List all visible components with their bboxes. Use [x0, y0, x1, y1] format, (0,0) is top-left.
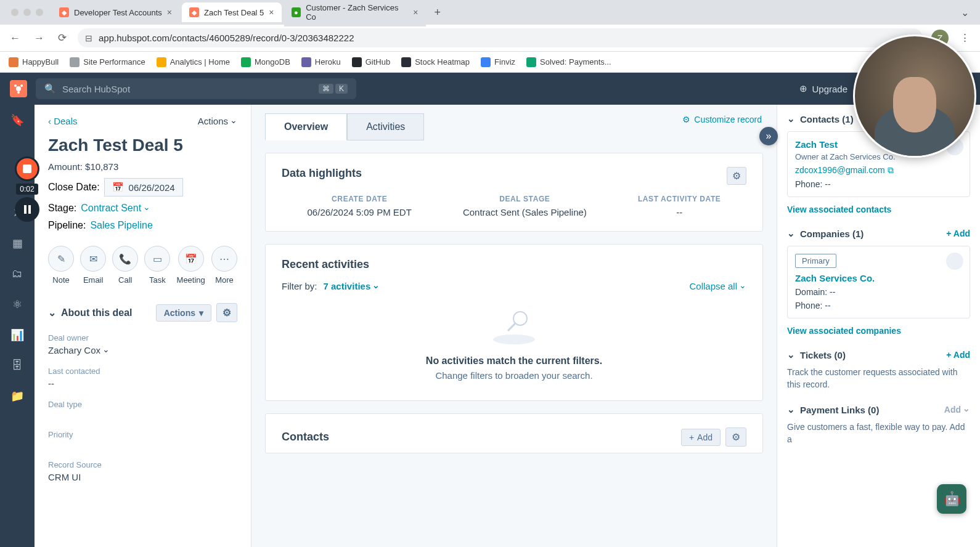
automation-nav-icon[interactable]: ⚛ — [12, 298, 22, 311]
site-info-icon[interactable]: ⊟ — [85, 33, 92, 43]
filter-dropdown[interactable]: 7 activities — [324, 281, 380, 291]
upgrade-button[interactable]: ⊕ Upgrade — [799, 83, 847, 94]
bookmark-item[interactable]: MongoDB — [241, 57, 290, 67]
pipeline-link[interactable]: Sales Pipeline — [90, 220, 152, 231]
contact-role: Owner at Zach Services Co. — [795, 152, 962, 161]
note-button[interactable]: ✎ — [48, 246, 74, 272]
url-bar[interactable]: ⊟ app.hubspot.com/contacts/46005289/reco… — [78, 28, 923, 47]
new-tab-button[interactable]: + — [428, 4, 447, 22]
browser-menu-icon[interactable]: ⋮ — [957, 29, 973, 47]
browser-tab[interactable]: ● Customer - Zach Services Co × — [284, 0, 426, 26]
quickbooks-favicon-icon: ● — [292, 7, 301, 17]
bookmarks-bar: HappyBull Site Performance Analytics | H… — [0, 52, 980, 73]
upgrade-icon: ⊕ — [799, 83, 807, 94]
payment-links-section-header[interactable]: ⌄ Payment Links (0) Add — [787, 404, 970, 415]
tickets-section-header[interactable]: ⌄ Tickets (0) + Add — [787, 349, 970, 360]
data-highlights-card: ⚙ Data highlights CREATE DATE 06/26/2024… — [265, 153, 763, 232]
bookmark-item[interactable]: Finviz — [481, 57, 515, 67]
bookmark-item[interactable]: Solved: Payments... — [526, 57, 611, 67]
tab-overview[interactable]: Overview — [265, 113, 347, 140]
back-to-deals-link[interactable]: ‹ Deals — [48, 116, 78, 126]
view-associated-contacts-link[interactable]: View associated contacts — [787, 205, 970, 214]
search-placeholder: Search HubSpot — [62, 84, 130, 94]
about-settings-button[interactable]: ⚙ — [216, 303, 237, 322]
bookmark-item[interactable]: GitHub — [352, 57, 390, 67]
close-tab-icon[interactable]: × — [269, 7, 274, 17]
empty-sub-message: Change filters to broaden your search. — [282, 370, 746, 381]
bookmark-item[interactable]: Heroku — [301, 57, 341, 67]
minimize-window-icon[interactable] — [23, 9, 31, 16]
tab-title: Developer Test Accounts — [74, 8, 162, 17]
collapse-all-dropdown[interactable]: Collapse all — [689, 281, 746, 291]
stage-dropdown[interactable]: Contract Sent — [81, 203, 150, 214]
field-value: CRM UI — [48, 472, 237, 482]
tab-overflow-button[interactable]: ⌄ — [955, 4, 975, 21]
meeting-button[interactable]: 📅 — [178, 246, 204, 272]
close-tab-icon[interactable]: × — [413, 7, 418, 17]
highlights-settings-button[interactable]: ⚙ — [727, 167, 746, 185]
chevron-down-icon: ⌄ — [787, 113, 795, 124]
chevron-down-icon[interactable]: ⌄ — [48, 307, 56, 318]
contacts-settings-button[interactable]: ⚙ — [725, 427, 746, 447]
svg-line-6 — [508, 323, 515, 331]
browser-tab[interactable]: ◆ Zach Test Deal 5 × — [182, 2, 282, 22]
bookmark-item[interactable]: Stock Heatmap — [401, 57, 470, 67]
close-tab-icon[interactable]: × — [167, 7, 172, 17]
add-company-link[interactable]: + Add — [946, 229, 970, 238]
card-title: Recent activities — [282, 258, 746, 271]
webcam-overlay[interactable] — [853, 34, 976, 158]
pause-recording-button[interactable] — [15, 197, 39, 222]
recent-activities-card: Recent activities Filter by: 7 activitie… — [265, 244, 763, 401]
global-search-input[interactable]: 🔍 Search HubSpot ⌘ K — [36, 78, 356, 99]
browser-tab[interactable]: ◆ Developer Test Accounts × — [52, 2, 179, 22]
chat-fab-button[interactable]: 🤖 — [937, 484, 966, 514]
add-payment-link-dropdown[interactable]: Add — [944, 405, 970, 415]
add-contact-button[interactable]: +Add — [681, 429, 721, 446]
bookmark-item[interactable]: Site Performance — [70, 57, 145, 67]
associations-sidebar: ⌄ Contacts (1) Zach Test Owner at Zach S… — [777, 105, 980, 547]
email-button[interactable]: ✉ — [80, 246, 106, 272]
add-ticket-link[interactable]: + Add — [946, 350, 970, 360]
company-card: Primary Zach Services Co. Domain: -- Pho… — [787, 246, 970, 318]
about-actions-dropdown[interactable]: Actions▾ — [156, 304, 211, 322]
bookmark-icon — [9, 57, 18, 67]
copy-icon[interactable]: ⧉ — [888, 165, 894, 175]
data-nav-icon[interactable]: 🗄 — [12, 359, 23, 372]
content-nav-icon[interactable]: ▦ — [12, 237, 23, 250]
view-associated-companies-link[interactable]: View associated companies — [787, 326, 970, 336]
stage-label: Stage: — [48, 203, 76, 214]
more-button[interactable]: ⋯ — [211, 246, 237, 272]
inbox-nav-icon[interactable]: 🗂 — [12, 267, 23, 280]
company-logo-icon — [946, 253, 963, 270]
primary-badge: Primary — [795, 254, 836, 268]
library-nav-icon[interactable]: 📁 — [10, 389, 24, 403]
actions-dropdown[interactable]: Actions — [198, 116, 237, 126]
reload-button[interactable]: ⟳ — [55, 29, 69, 47]
task-button[interactable]: ▭ — [144, 246, 170, 272]
stop-recording-button[interactable] — [15, 156, 39, 181]
reports-nav-icon[interactable]: 📊 — [10, 328, 24, 342]
svg-point-3 — [17, 91, 20, 94]
close-date-input[interactable]: 📅 06/26/2024 — [104, 178, 183, 197]
collapse-right-panel-button[interactable]: » — [759, 127, 778, 145]
call-button[interactable]: 📞 — [112, 246, 138, 272]
forward-button[interactable]: → — [31, 30, 47, 47]
company-name-link[interactable]: Zach Services Co. — [795, 273, 962, 283]
bookmark-item[interactable]: Analytics | Home — [157, 57, 230, 67]
recording-controls: 0:02 — [15, 156, 39, 222]
close-window-icon[interactable] — [11, 9, 18, 16]
maximize-window-icon[interactable] — [36, 9, 43, 16]
hubspot-logo-icon[interactable] — [10, 80, 27, 97]
companies-section-header[interactable]: ⌄ Companies (1) + Add — [787, 228, 970, 239]
tab-activities[interactable]: Activities — [347, 113, 424, 140]
deal-owner-dropdown[interactable]: Zachary Cox — [48, 345, 110, 355]
customize-record-link[interactable]: ⚙ Customize record — [682, 115, 762, 124]
deal-title: Zach Test Deal 5 — [48, 136, 237, 155]
bookmark-nav-icon[interactable]: 🔖 — [10, 113, 24, 127]
tab-title: Zach Test Deal 5 — [204, 8, 264, 17]
bookmark-item[interactable]: HappyBull — [9, 57, 59, 67]
hubspot-topnav: 🔍 Search HubSpot ⌘ K ⊕ Upgrade 📞 🏪 ❔ ⚙ 🔔 — [0, 73, 980, 105]
back-button[interactable]: ← — [7, 30, 23, 47]
tickets-description: Track the customer requests associated w… — [787, 367, 970, 391]
contact-email-link[interactable]: zdcox1996@gmail.com ⧉ — [795, 165, 962, 176]
